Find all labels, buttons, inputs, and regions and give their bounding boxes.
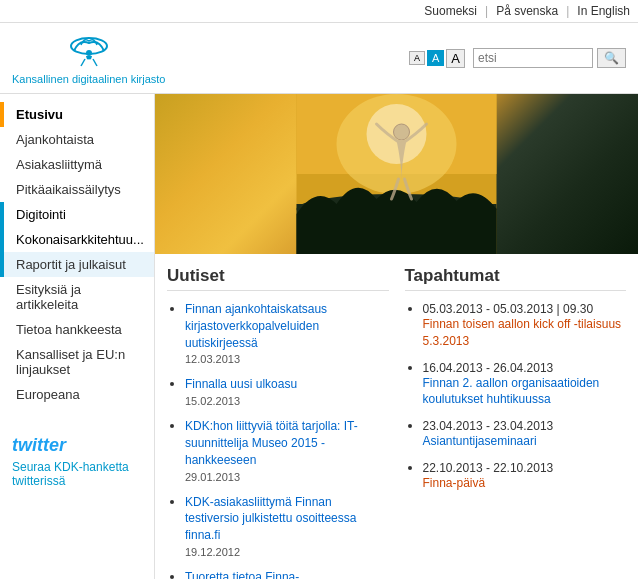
sidebar-item-tietoa[interactable]: Tietoa hankkeesta xyxy=(0,317,154,342)
news-list: Finnan ajankohtaiskatsaus kirjastoverkko… xyxy=(167,301,389,579)
logo-text: Kansallinen digitaalinen kirjasto xyxy=(12,73,165,85)
lang-en[interactable]: In English xyxy=(577,4,630,18)
list-item: 22.10.2013 - 22.10.2013 Finna-päivä xyxy=(423,460,627,492)
event-title[interactable]: Finnan toisen aallon kick off -tilaisuus… xyxy=(423,316,627,350)
list-item: 23.04.2013 - 23.04.2013 Asiantuntijasemi… xyxy=(423,418,627,450)
news-date: 29.01.2013 xyxy=(185,471,240,483)
hero-image xyxy=(155,94,638,254)
news-link[interactable]: Tuoretta tietoa Finna-asiakasliittymästä… xyxy=(185,569,389,579)
hero-figure xyxy=(155,94,638,254)
news-link[interactable]: KDK:hon liittyviä töitä tarjolla: IT-suu… xyxy=(185,418,389,468)
event-title[interactable]: Finna-päivä xyxy=(423,475,627,492)
content-area: Uutiset Finnan ajankohtaiskatsaus kirjas… xyxy=(155,94,638,579)
news-date: 15.02.2013 xyxy=(185,395,240,407)
sidebar-item-raportit[interactable]: Raportit ja julkaisut xyxy=(0,252,154,277)
event-date: 22.10.2013 - 22.10.2013 xyxy=(423,461,627,475)
svg-point-10 xyxy=(394,124,410,140)
search-input[interactable] xyxy=(473,48,593,68)
font-size-controls: A A A xyxy=(409,49,465,68)
news-section: Uutiset Finnan ajankohtaiskatsaus kirjas… xyxy=(167,266,389,579)
twitter-logo: twitter xyxy=(12,435,142,456)
event-date: 23.04.2013 - 23.04.2013 xyxy=(423,419,627,433)
list-item: KDK-asiakasliittymä Finnan testiversio j… xyxy=(185,494,389,559)
lang-fi[interactable]: Suomeksi xyxy=(424,4,477,18)
font-large-btn[interactable]: A xyxy=(446,49,465,68)
list-item: 16.04.2013 - 26.04.2013 Finnan 2. aallon… xyxy=(423,360,627,409)
sidebar-item-esityksia[interactable]: Esityksiä ja artikkeleita xyxy=(0,277,154,317)
twitter-text[interactable]: Seuraa KDK-hanketta twitterissä xyxy=(12,460,142,488)
logo-icon xyxy=(59,31,119,71)
event-title[interactable]: Asiantuntijaseminaari xyxy=(423,433,627,450)
search-area: A A A 🔍 xyxy=(409,48,626,68)
svg-line-2 xyxy=(81,59,85,66)
events-section: Tapahtumat 05.03.2013 - 05.03.2013 | 09.… xyxy=(405,266,627,579)
separator2: | xyxy=(566,4,569,18)
list-item: Finnan ajankohtaiskatsaus kirjastoverkko… xyxy=(185,301,389,366)
sidebar-item-kansalliset[interactable]: Kansalliset ja EU:n linjaukset xyxy=(0,342,154,382)
list-item: Tuoretta tietoa Finna-asiakasliittymästä… xyxy=(185,569,389,579)
sidebar-item-kokonaisarkkitehtuuri[interactable]: Kokonaisarkkitehtuu... xyxy=(0,227,154,252)
news-date: 12.03.2013 xyxy=(185,353,240,365)
sidebar-item-asiakasliittyma[interactable]: Asiakasliittymä xyxy=(0,152,154,177)
top-bar: Suomeksi | På svenska | In English xyxy=(0,0,638,23)
header: Kansallinen digitaalinen kirjasto A A A … xyxy=(0,23,638,94)
news-events: Uutiset Finnan ajankohtaiskatsaus kirjas… xyxy=(155,254,638,579)
news-date: 19.12.2012 xyxy=(185,546,240,558)
list-item: 05.03.2013 - 05.03.2013 | 09.30 Finnan t… xyxy=(423,301,627,350)
main-layout: Etusivu Ajankohtaista Asiakasliittymä Pi… xyxy=(0,94,638,579)
sidebar-item-pitkaikaissailytys[interactable]: Pitkäaikaissäilytys xyxy=(0,177,154,202)
event-date: 16.04.2013 - 26.04.2013 xyxy=(423,361,627,375)
logo-area: Kansallinen digitaalinen kirjasto xyxy=(12,31,165,85)
font-small-btn[interactable]: A xyxy=(409,51,425,65)
svg-line-3 xyxy=(93,59,97,66)
event-title[interactable]: Finnan 2. aallon organisaatioiden koulut… xyxy=(423,375,627,409)
list-item: Finnalla uusi ulkoasu 15.02.2013 xyxy=(185,376,389,408)
event-date: 05.03.2013 - 05.03.2013 | 09.30 xyxy=(423,302,627,316)
news-title: Uutiset xyxy=(167,266,389,291)
sidebar-item-europeana[interactable]: Europeana xyxy=(0,382,154,407)
sidebar: Etusivu Ajankohtaista Asiakasliittymä Pi… xyxy=(0,94,155,579)
news-link[interactable]: Finnalla uusi ulkoasu xyxy=(185,376,389,393)
lang-sv[interactable]: På svenska xyxy=(496,4,558,18)
twitter-section: twitter Seuraa KDK-hanketta twitterissä xyxy=(0,423,154,500)
list-item: KDK:hon liittyviä töitä tarjolla: IT-suu… xyxy=(185,418,389,483)
events-list: 05.03.2013 - 05.03.2013 | 09.30 Finnan t… xyxy=(405,301,627,492)
sidebar-item-digitointi[interactable]: Digitointi xyxy=(0,202,154,227)
news-link[interactable]: KDK-asiakasliittymä Finnan testiversio j… xyxy=(185,494,389,544)
sidebar-item-etusivu[interactable]: Etusivu xyxy=(0,102,154,127)
sidebar-item-ajankohtaista[interactable]: Ajankohtaista xyxy=(0,127,154,152)
svg-point-1 xyxy=(86,50,92,56)
font-medium-btn[interactable]: A xyxy=(427,50,444,66)
separator1: | xyxy=(485,4,488,18)
search-button[interactable]: 🔍 xyxy=(597,48,626,68)
news-link[interactable]: Finnan ajankohtaiskatsaus kirjastoverkko… xyxy=(185,301,389,351)
events-title: Tapahtumat xyxy=(405,266,627,291)
